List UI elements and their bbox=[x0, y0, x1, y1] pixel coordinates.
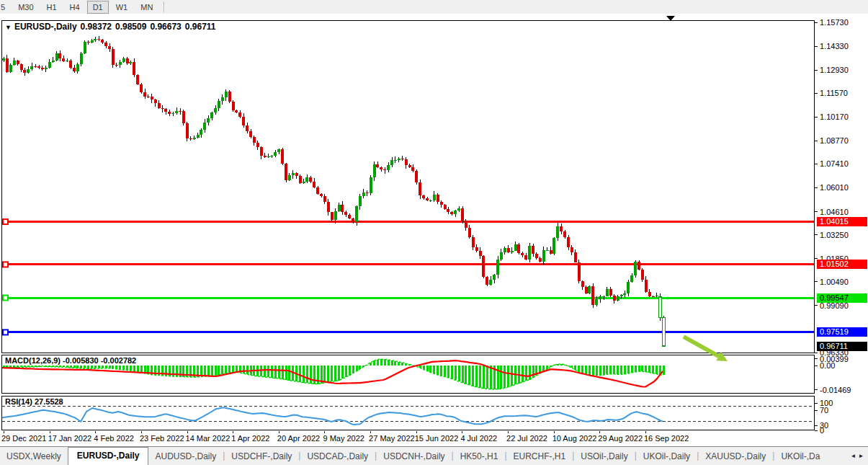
price-axis-label: 1.12930 bbox=[820, 66, 849, 74]
chart-tab-ukoil-daily[interactable]: UKOil-,Daily bbox=[637, 448, 697, 465]
candle-body bbox=[355, 206, 358, 222]
low-value: 0.96673 bbox=[150, 22, 181, 32]
macd-histogram-bar bbox=[288, 366, 290, 381]
price-axis-label: 1.08770 bbox=[820, 136, 849, 145]
timeframe-button-d1[interactable]: D1 bbox=[87, 1, 109, 14]
date-axis-tick bbox=[416, 431, 417, 433]
candle-body bbox=[45, 68, 48, 69]
chart-tab-usdcnh-daily[interactable]: USDCNH-,Daily bbox=[377, 448, 451, 465]
candle-body bbox=[648, 292, 651, 296]
macd-histogram-bar bbox=[306, 366, 308, 383]
tab-scroll-left-icon[interactable]: ◄ bbox=[851, 453, 856, 459]
chart-shift-marker-icon[interactable] bbox=[666, 16, 675, 21]
candle-body bbox=[504, 248, 506, 252]
macd-histogram-bar bbox=[384, 359, 386, 366]
chart-tab-usdchf-daily[interactable]: USDCHF-,Daily bbox=[225, 448, 298, 465]
macd-histogram-bar bbox=[663, 366, 665, 375]
candle-body bbox=[228, 92, 231, 102]
date-axis-tick bbox=[462, 431, 462, 433]
chart-tab-usoil-daily[interactable]: USOil-,Daily bbox=[574, 448, 634, 465]
candle-body bbox=[129, 62, 132, 63]
chart-tab-audusd-daily[interactable]: AUDUSD-,Daily bbox=[148, 448, 223, 465]
chart-dropdown-icon[interactable]: ▼ bbox=[5, 24, 12, 31]
rsi-scale-label: 0 bbox=[820, 426, 824, 435]
macd-histogram-bar bbox=[362, 366, 364, 367]
candle-body bbox=[574, 252, 577, 262]
macd-label: MACD(12,26,9) -0.005830 -0.002782 bbox=[5, 356, 136, 365]
macd-histogram-bar bbox=[341, 366, 344, 378]
macd-histogram-bar bbox=[656, 366, 658, 374]
timeframe-button-m30[interactable]: M30 bbox=[12, 1, 39, 14]
candle-body bbox=[461, 208, 464, 221]
price-level-handle-1.04015[interactable] bbox=[3, 219, 8, 224]
timeframe-button-h1[interactable]: H1 bbox=[41, 1, 63, 14]
price-level-handle-0.99547[interactable] bbox=[3, 296, 8, 301]
candle-body bbox=[447, 209, 449, 213]
macd-histogram-bar bbox=[228, 366, 231, 373]
date-axis-tick bbox=[50, 431, 50, 433]
chart-tab-usdcad-daily[interactable]: USDCAD-,Daily bbox=[300, 448, 375, 465]
macd-histogram-bar bbox=[370, 363, 372, 366]
candle-body bbox=[246, 125, 249, 131]
candle-body bbox=[398, 159, 401, 159]
candle-body bbox=[627, 282, 630, 293]
price-axis-tick bbox=[815, 187, 818, 188]
macd-histogram-bar bbox=[221, 366, 223, 374]
candle-body bbox=[465, 221, 467, 228]
price-axis-tick bbox=[815, 46, 818, 47]
chart-tab-xauusd-daily[interactable]: XAUUSD-,Daily bbox=[699, 448, 772, 465]
macd-histogram-bar bbox=[285, 366, 287, 380]
price-axis-tick bbox=[815, 305, 818, 306]
candle-body bbox=[440, 202, 443, 205]
chart-tab-ukoil-da[interactable]: UKOil-,Da bbox=[774, 448, 826, 465]
rsi-line bbox=[2, 408, 663, 425]
candle-body bbox=[101, 40, 104, 42]
macd-scale-label: 0.00 bbox=[820, 361, 835, 370]
candle-body bbox=[295, 173, 298, 176]
macd-histogram-bar bbox=[331, 366, 333, 381]
candle-body bbox=[415, 171, 418, 182]
price-badge-1.04015: 1.04015 bbox=[817, 217, 867, 226]
candle-body bbox=[197, 135, 200, 138]
chart-tab-eurusd-daily[interactable]: EURUSD-,Daily bbox=[68, 447, 149, 465]
timeframe-button-5[interactable]: 5 bbox=[0, 1, 11, 14]
price-axis-label: 1.00490 bbox=[820, 278, 849, 286]
date-axis-tick bbox=[187, 431, 188, 433]
timeframe-button-w1[interactable]: W1 bbox=[110, 1, 134, 14]
macd-histogram-bar bbox=[641, 366, 643, 371]
date-axis-label: 15 Jun 2022 bbox=[415, 434, 459, 443]
price-level-handle-1.01502[interactable] bbox=[3, 262, 8, 267]
macd-histogram-bar bbox=[204, 366, 206, 376]
candle-body bbox=[637, 262, 640, 270]
candle-body bbox=[571, 247, 573, 252]
macd-histogram-bar bbox=[207, 366, 210, 376]
candle-body bbox=[20, 64, 23, 69]
price-axis-label: 1.07410 bbox=[820, 159, 849, 168]
candle-body bbox=[122, 58, 125, 62]
timeframe-button-h4[interactable]: H4 bbox=[64, 1, 86, 14]
candle-body bbox=[140, 84, 143, 92]
trading-platform-window: 5M30H1H4D1W1MN ▼EURUSD-,Daily0.983720.98… bbox=[0, 0, 868, 465]
price-level-handle-0.97519[interactable] bbox=[3, 329, 8, 335]
candle-body bbox=[429, 200, 432, 201]
candle-body bbox=[203, 123, 206, 130]
timeframe-button-mn[interactable]: MN bbox=[135, 1, 158, 14]
chart-tab-eurchf-h1[interactable]: EURCHF-,H1 bbox=[507, 448, 573, 465]
candle-body bbox=[151, 97, 153, 99]
macd-histogram-bar bbox=[327, 366, 329, 382]
macd-histogram-bar bbox=[550, 366, 552, 367]
candle-body bbox=[489, 280, 492, 285]
candle-body bbox=[17, 61, 19, 64]
chart-tab-hk50-h1[interactable]: HK50-,H1 bbox=[454, 448, 505, 465]
date-axis-label: 29 Dec 2021 bbox=[1, 434, 46, 443]
macd-histogram-bar bbox=[218, 366, 220, 375]
macd-histogram-bar bbox=[377, 360, 379, 366]
candle-body bbox=[585, 287, 588, 293]
chart-tab-usdx-weekly[interactable]: USDX,Weekly bbox=[0, 448, 68, 465]
tab-scroll-right-icon[interactable]: ► bbox=[859, 453, 864, 459]
candle-body bbox=[652, 296, 655, 297]
candle-body bbox=[274, 152, 277, 156]
macd-histogram-bar bbox=[483, 366, 485, 389]
candle-body bbox=[408, 165, 411, 167]
candle-body bbox=[550, 250, 552, 254]
